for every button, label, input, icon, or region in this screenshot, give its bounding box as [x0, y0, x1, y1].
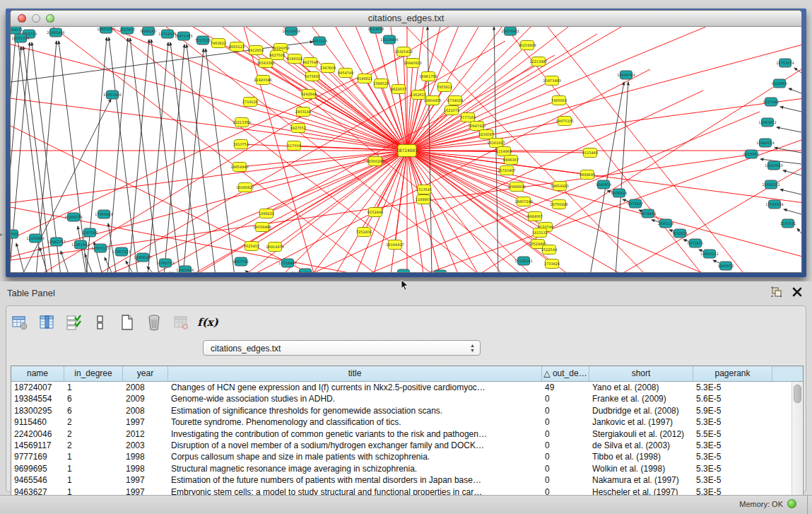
table-vertical-scrollbar[interactable]	[792, 382, 802, 498]
table-cell[interactable]: Investigating the contribution of common…	[168, 428, 542, 440]
table-cell[interactable]: 18300295	[11, 405, 64, 416]
table-cell[interactable]: 9115460	[11, 416, 64, 428]
table-cell[interactable]: 9465546	[11, 474, 64, 486]
table-cell[interactable]: Corpus callosum shape and size in male p…	[168, 451, 542, 462]
column-header-pagerank[interactable]: pagerank	[693, 366, 772, 381]
table-cell[interactable]: 5.5E-5	[693, 428, 772, 440]
show-column-icon[interactable]	[37, 313, 56, 332]
table-cell[interactable]: 2	[64, 440, 123, 451]
table-cell[interactable]: Tibbo et al. (1998)	[589, 451, 693, 462]
table-cell[interactable]: 9699695	[11, 463, 64, 474]
table-row[interactable]: 977716911998Corpus callosum shape and si…	[11, 451, 803, 462]
table-cell[interactable]: 1997	[123, 474, 168, 486]
network-window-titlebar[interactable]: citations_edges.txt	[11, 11, 801, 27]
table-cell[interactable]: Stergiakouli et al. (2012)	[589, 428, 693, 440]
new-table-icon[interactable]	[118, 313, 136, 332]
table-cell[interactable]: Genome-wide association studies in ADHD.	[168, 393, 542, 404]
table-cell[interactable]: 0	[542, 474, 589, 486]
graph-edge	[794, 68, 801, 73]
function-builder-icon[interactable]: f(x)	[199, 313, 217, 332]
table-cell[interactable]: 2009	[123, 393, 168, 404]
table-cell[interactable]: 1998	[123, 451, 168, 462]
column-header-in_degree[interactable]: in_degree	[64, 366, 123, 381]
table-cell[interactable]: 5.3E-5	[693, 451, 772, 462]
table-cell[interactable]: Tourette syndrome. Phenomenology and cla…	[168, 416, 542, 428]
table-cell[interactable]: 1	[64, 474, 123, 486]
table-cell[interactable]: Nakamura et al. (1997)	[589, 474, 693, 486]
column-header-name[interactable]: name	[11, 366, 64, 381]
table-cell[interactable]: Disruption of a novel member of a sodium…	[168, 440, 542, 451]
close-panel-icon[interactable]	[792, 287, 802, 297]
toggle-rows-icon[interactable]	[91, 313, 110, 332]
column-header-out_de[interactable]: △ out_de…	[542, 366, 589, 381]
table-cell[interactable]: 49	[542, 382, 589, 393]
column-header-year[interactable]: year	[123, 366, 168, 381]
table-cell[interactable]: 0	[542, 393, 589, 404]
mouse-cursor	[400, 279, 410, 291]
table-cell[interactable]: Estimation of the future numbers of pati…	[168, 474, 542, 486]
column-header-short[interactable]: short	[589, 366, 693, 381]
table-cell[interactable]: Changes of HCN gene expression and I(f) …	[168, 382, 542, 393]
table-cell[interactable]: 1997	[123, 416, 168, 428]
table-cell[interactable]: Dudbridge et al. (2008)	[589, 405, 693, 416]
table-cell[interactable]: 6	[64, 405, 123, 416]
table-cell[interactable]: 5.6E-5	[693, 393, 772, 404]
table-row[interactable]: 1872400712008Changes of HCN gene express…	[11, 382, 803, 393]
table-cell[interactable]: 0	[542, 416, 589, 428]
table-cell[interactable]: Jankovic et al. (1997)	[589, 416, 693, 428]
table-cell[interactable]: 2	[64, 416, 123, 428]
table-cell[interactable]: de Silva et al. (2003)	[589, 440, 693, 451]
graph-node-label: 9115460	[582, 151, 598, 155]
table-cell[interactable]: Franke et al. (2009)	[589, 393, 693, 404]
table-cell[interactable]: 5.3E-5	[693, 382, 772, 393]
column-header-title[interactable]: title	[168, 366, 542, 381]
network-select-dropdown[interactable]: citations_edges.txt ▲▼	[203, 340, 481, 356]
table-cell[interactable]: Wolkin et al. (1998)	[589, 463, 693, 474]
table-row[interactable]: 1830029562008Estimation of significance …	[11, 405, 803, 416]
table-cell[interactable]: 22420046	[11, 428, 64, 440]
table-cell[interactable]: 5.3E-5	[693, 463, 772, 474]
table-cell[interactable]: 0	[542, 451, 589, 462]
table-row[interactable]: 2242004622012Investigating the contribut…	[11, 428, 803, 440]
graph-node-label: 15692371	[762, 182, 779, 187]
table-row[interactable]: 969969511998Structural magnetic resonanc…	[11, 463, 803, 474]
table-cell[interactable]: Estimation of significance thresholds fo…	[168, 405, 542, 416]
table-cell[interactable]: 14569117	[11, 440, 64, 451]
table-cell[interactable]: 1	[64, 451, 123, 462]
table-cell[interactable]: 5.3E-5	[693, 416, 772, 428]
table-cell[interactable]: 1	[64, 382, 123, 393]
table-cell[interactable]: 2008	[123, 405, 168, 416]
table-cell[interactable]: 5.3E-5	[693, 440, 772, 451]
memory-status-icon[interactable]	[787, 499, 796, 508]
table-cell[interactable]: 0	[542, 405, 589, 416]
table-settings-icon[interactable]	[11, 313, 29, 332]
table-cell[interactable]: 5.9E-5	[693, 405, 772, 416]
table-row[interactable]: 1456911722003Disruption of a novel membe…	[11, 440, 803, 451]
splitter-collapse-icon[interactable]: ▸	[0, 231, 3, 238]
select-rows-icon[interactable]	[64, 313, 83, 332]
table-cell[interactable]: 18724007	[11, 382, 64, 393]
table-cell[interactable]: Yano et al. (2008)	[589, 382, 693, 393]
delete-icon[interactable]	[145, 313, 163, 332]
table-cell[interactable]: 1	[64, 463, 123, 474]
network-canvas[interactable]: 1894071905571814055716203914061665325715…	[11, 27, 801, 273]
table-cell[interactable]: Structural magnetic resonance image aver…	[168, 463, 542, 474]
table-cell[interactable]: 5.3E-5	[693, 474, 772, 486]
graph-node-label: 9146821	[357, 76, 372, 81]
float-panel-icon[interactable]	[771, 286, 782, 298]
table-cell[interactable]: 19384554	[11, 393, 64, 404]
table-cell[interactable]: 2012	[123, 428, 168, 440]
table-cell[interactable]: 9777169	[11, 451, 64, 462]
table-cell[interactable]: 2008	[123, 382, 168, 393]
table-row[interactable]: 1938455462009Genome-wide association stu…	[11, 393, 803, 404]
table-row[interactable]: 946554611997Estimation of the future num…	[11, 474, 803, 486]
table-cell[interactable]: 0	[542, 440, 589, 451]
table-cell[interactable]: 0	[542, 463, 589, 474]
table-cell[interactable]: 2003	[123, 440, 168, 451]
table-cell[interactable]: 2	[64, 428, 123, 440]
table-cell[interactable]: 1998	[123, 463, 168, 474]
table-cell[interactable]: 0	[542, 428, 589, 440]
scrollbar-thumb[interactable]	[794, 385, 801, 403]
table-cell[interactable]: 6	[64, 393, 123, 404]
table-row[interactable]: 911546021997Tourette syndrome. Phenomeno…	[11, 416, 803, 428]
